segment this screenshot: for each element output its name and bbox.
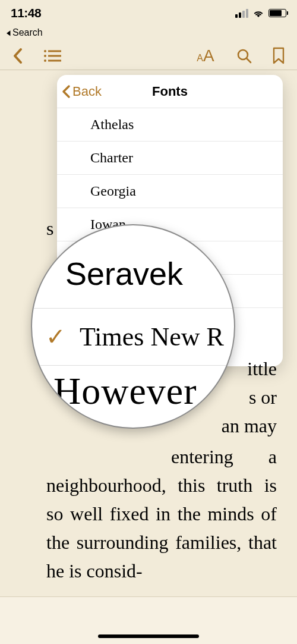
popover-header: Back Fonts bbox=[57, 75, 283, 108]
popover-title: Fonts bbox=[152, 84, 188, 99]
side-fragments: ittle s or an may bbox=[235, 354, 277, 440]
checkmark-icon: ✓ bbox=[43, 323, 69, 351]
battery-icon bbox=[268, 9, 286, 17]
popover-back-button[interactable]: Back bbox=[62, 84, 102, 99]
table-of-contents-button[interactable] bbox=[43, 46, 63, 66]
wifi-icon bbox=[252, 8, 265, 18]
magnifier-loupe: Seravek ✓ Times New R However bẏn the bbox=[31, 224, 235, 429]
font-option-charter[interactable]: Charter bbox=[57, 142, 283, 175]
library-back-button[interactable] bbox=[8, 46, 29, 66]
appearance-button[interactable]: AA bbox=[191, 46, 220, 66]
loupe-row-selected: ✓ Times New R bbox=[32, 309, 234, 366]
font-option-athelas[interactable]: Athelas bbox=[57, 108, 283, 142]
body-fragment: entering a neighbourhood, this truth is … bbox=[46, 446, 277, 582]
svg-point-4 bbox=[44, 59, 46, 62]
back-to-search[interactable]: ◀ Search bbox=[0, 26, 297, 42]
svg-rect-1 bbox=[48, 50, 61, 52]
back-search-label: Search bbox=[12, 27, 43, 38]
reader-toolbar: AA bbox=[0, 42, 297, 70]
svg-rect-5 bbox=[48, 59, 61, 61]
font-option-georgia[interactable]: Georgia bbox=[57, 175, 283, 208]
back-triangle-icon: ◀ bbox=[7, 29, 10, 37]
svg-line-7 bbox=[247, 58, 251, 62]
status-bar: 11:48 bbox=[0, 0, 297, 26]
svg-rect-3 bbox=[48, 55, 61, 56]
search-button[interactable] bbox=[234, 46, 254, 66]
status-indicators bbox=[235, 8, 286, 18]
home-indicator[interactable] bbox=[98, 634, 199, 638]
svg-point-0 bbox=[44, 50, 46, 52]
svg-point-2 bbox=[44, 55, 46, 57]
status-time: 11:48 bbox=[11, 6, 41, 20]
popover-back-label: Back bbox=[72, 84, 102, 99]
bookmark-button[interactable] bbox=[268, 46, 289, 66]
cellular-signal-icon bbox=[235, 9, 248, 18]
